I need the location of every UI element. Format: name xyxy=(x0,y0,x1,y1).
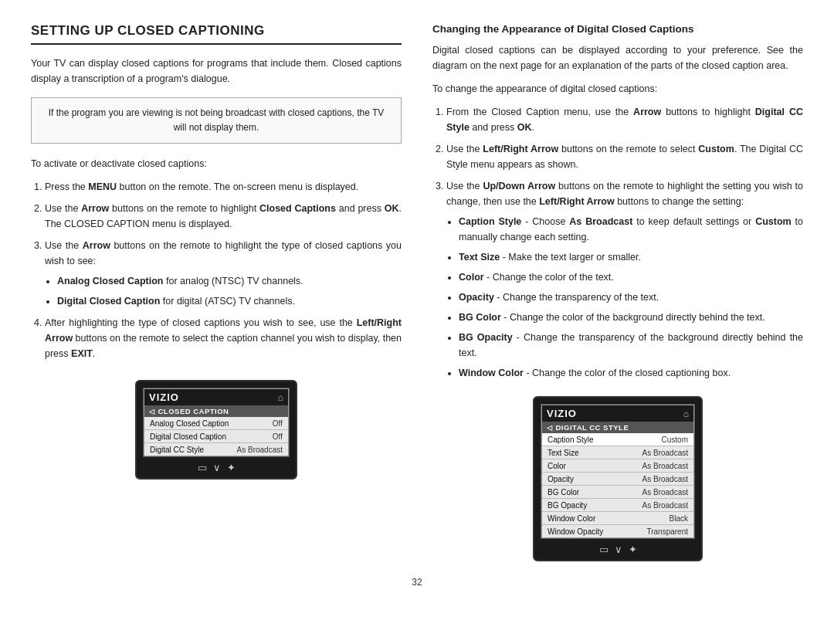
right-row5-value: As Broadcast xyxy=(642,488,688,497)
right-tv-menu-header: VIZIO ⌂ xyxy=(542,405,693,422)
left-row2-value: Off xyxy=(273,432,283,441)
left-bullet-2: Digital Closed Caption for digital (ATSC… xyxy=(57,293,402,309)
left-bullet-1: Analog Closed Caption for analog (NTSC) … xyxy=(57,273,402,289)
right-menu-arrow-icon: ◁ xyxy=(547,424,553,432)
left-ctrl-down-icon: ∨ xyxy=(213,462,221,473)
right-steps-list: From the Closed Caption menu, use the Ar… xyxy=(432,104,803,381)
two-column-layout: SETTING UP CLOSED CAPTIONING Your TV can… xyxy=(31,23,803,561)
page-number: 32 xyxy=(31,577,803,588)
left-ctrl-input-icon: ▭ xyxy=(198,462,207,473)
left-row1-label: Analog Closed Caption xyxy=(150,419,229,428)
right-section-title: Changing the Appearance of Digital Close… xyxy=(432,23,803,35)
right-row6-value: As Broadcast xyxy=(642,501,688,510)
notice-text: If the program you are viewing is not be… xyxy=(49,107,385,133)
right-row7-label: Window Color xyxy=(548,514,595,523)
left-home-icon: ⌂ xyxy=(278,392,283,403)
page-content: SETTING UP CLOSED CAPTIONING Your TV can… xyxy=(31,23,803,588)
page-title: SETTING UP CLOSED CAPTIONING xyxy=(31,23,402,45)
right-row3-label: Color xyxy=(548,462,566,470)
right-menu-row-4: Opacity As Broadcast xyxy=(542,473,693,486)
left-tv-menu-header: VIZIO ⌂ xyxy=(144,389,288,405)
right-tv-screen: VIZIO ⌂ ◁ DIGITAL CC STYLE Caption Style… xyxy=(541,404,695,539)
right-bullet-6: BG Opacity - Change the transparency of … xyxy=(459,330,803,361)
right-row7-value: Black xyxy=(670,514,688,523)
right-bullet-1: Caption Style - Choose As Broadcast to k… xyxy=(459,214,803,245)
left-tv-mockup-container: VIZIO ⌂ ◁ CLOSED CAPTION Analog Closed C… xyxy=(31,372,402,480)
right-menu-row-5: BG Color As Broadcast xyxy=(542,486,693,499)
right-step-2: Use the Left/Right Arrow buttons on the … xyxy=(446,141,803,172)
right-row4-label: Opacity xyxy=(548,475,574,483)
right-row2-value: As Broadcast xyxy=(642,449,688,457)
left-step-3: Use the Arrow buttons on the remote to h… xyxy=(45,238,402,309)
right-tv-menu: VIZIO ⌂ ◁ DIGITAL CC STYLE Caption Style… xyxy=(541,405,694,538)
right-menu-row-2: Text Size As Broadcast xyxy=(542,446,693,459)
left-tv-screen: VIZIO ⌂ ◁ CLOSED CAPTION Analog Closed C… xyxy=(143,388,290,457)
right-ctrl-settings-icon: ✦ xyxy=(629,544,637,555)
right-bullet-7: Window Color - Change the color of the c… xyxy=(459,365,803,381)
left-vizio-logo: VIZIO xyxy=(149,391,179,403)
right-menu-row-1: Caption Style Custom xyxy=(542,433,693,446)
right-row6-label: BG Opacity xyxy=(548,501,587,510)
left-menu-arrow-icon: ◁ xyxy=(149,408,155,415)
notice-box: If the program you are viewing is not be… xyxy=(31,97,402,144)
right-row1-label: Caption Style xyxy=(548,436,593,444)
right-step-3: Use the Up/Down Arrow buttons on the rem… xyxy=(446,178,803,381)
left-ctrl-settings-icon: ✦ xyxy=(227,462,236,473)
left-menu-row-2: Digital Closed Caption Off xyxy=(144,430,288,443)
right-bullet-2: Text Size - Make the text larger or smal… xyxy=(459,249,803,265)
right-row5-label: BG Color xyxy=(548,488,579,497)
right-menu-header-label: DIGITAL CC STYLE xyxy=(556,423,629,432)
right-menu-row-7: Window Color Black xyxy=(542,512,693,525)
left-tv-menu: VIZIO ⌂ ◁ CLOSED CAPTION Analog Closed C… xyxy=(144,388,289,456)
left-row3-value: As Broadcast xyxy=(237,446,283,454)
right-bullet-3: Color - Change the color of the text. xyxy=(459,269,803,285)
left-menu-row-1: Analog Closed Caption Off xyxy=(144,417,288,430)
page-number-value: 32 xyxy=(412,577,422,588)
right-tv-mockup: VIZIO ⌂ ◁ DIGITAL CC STYLE Caption Style… xyxy=(533,396,703,561)
left-menu-header-label: CLOSED CAPTION xyxy=(158,407,229,415)
left-step-2: Use the Arrow buttons on the remote to h… xyxy=(45,201,402,232)
left-steps-list: Press the MENU button on the remote. The… xyxy=(31,179,402,361)
activate-text: To activate or deactivate closed caption… xyxy=(31,156,402,171)
right-ctrl-down-icon: ∨ xyxy=(615,544,622,555)
right-row8-label: Window Opacity xyxy=(548,527,603,536)
left-tv-menu-subheader: ◁ CLOSED CAPTION xyxy=(144,405,288,417)
left-step-1: Press the MENU button on the remote. The… xyxy=(45,179,402,195)
right-ctrl-input-icon: ▭ xyxy=(599,544,609,555)
right-tv-mockup-container: VIZIO ⌂ ◁ DIGITAL CC STYLE Caption Style… xyxy=(432,388,803,561)
left-tv-controls: ▭ ∨ ✦ xyxy=(143,457,290,475)
left-row3-label: Digital CC Style xyxy=(150,446,204,454)
left-column: SETTING UP CLOSED CAPTIONING Your TV can… xyxy=(31,23,402,561)
right-menu-row-8: Window Opacity Transparent xyxy=(542,525,693,537)
right-vizio-logo: VIZIO xyxy=(547,408,577,419)
right-menu-row-6: BG Opacity As Broadcast xyxy=(542,499,693,512)
right-home-icon: ⌂ xyxy=(683,408,689,419)
right-bullet-5: BG Color - Change the color of the backg… xyxy=(459,310,803,325)
left-menu-row-3: Digital CC Style As Broadcast xyxy=(144,443,288,456)
left-row1-value: Off xyxy=(273,419,283,428)
right-step-1: From the Closed Caption menu, use the Ar… xyxy=(446,104,803,135)
left-tv-mockup: VIZIO ⌂ ◁ CLOSED CAPTION Analog Closed C… xyxy=(135,380,297,480)
right-row3-value: As Broadcast xyxy=(642,462,688,470)
right-row2-label: Text Size xyxy=(548,449,579,457)
right-row4-value: As Broadcast xyxy=(642,475,688,483)
right-column: Changing the Appearance of Digital Close… xyxy=(432,23,803,561)
right-menu-row-3: Color As Broadcast xyxy=(542,459,693,473)
right-tv-controls: ▭ ∨ ✦ xyxy=(541,539,695,557)
right-bullet-4: Opacity - Change the transparency of the… xyxy=(459,290,803,305)
left-step-4: After highlighting the type of closed ca… xyxy=(45,315,402,361)
right-step3-bullets: Caption Style - Choose As Broadcast to k… xyxy=(446,214,803,381)
right-row1-value: Custom xyxy=(662,436,688,444)
intro-paragraph: Your TV can display closed captions for … xyxy=(31,56,402,86)
right-intro: Digital closed captions can be displayed… xyxy=(432,42,803,73)
right-tv-menu-subheader: ◁ DIGITAL CC STYLE xyxy=(542,422,693,433)
left-step3-bullets: Analog Closed Caption for analog (NTSC) … xyxy=(45,273,402,309)
right-row8-value: Transparent xyxy=(646,527,688,536)
left-row2-label: Digital Closed Caption xyxy=(150,432,226,441)
right-change-text: To change the appearance of digital clos… xyxy=(432,81,803,97)
